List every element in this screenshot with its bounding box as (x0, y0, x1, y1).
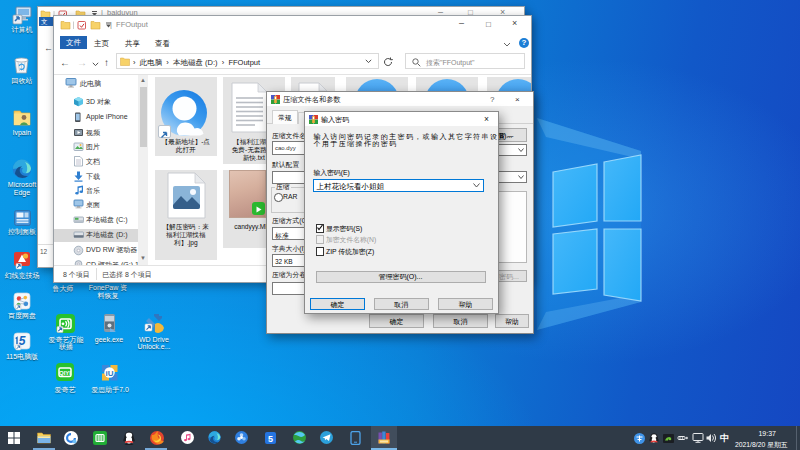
svg-text:iU: iU (106, 369, 114, 378)
svg-text:5: 5 (267, 434, 272, 444)
svg-text:QIYI: QIYI (59, 370, 71, 376)
